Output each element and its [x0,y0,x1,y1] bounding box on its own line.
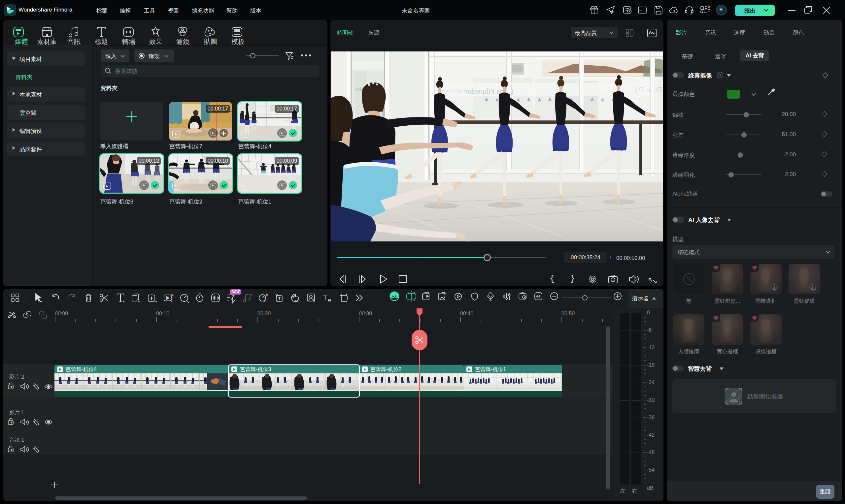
svg-text:AI: AI [328,299,331,302]
svg-text:AI: AI [295,300,298,303]
svg-text:www.b-pilipenko.com: www.b-pilipenko.com [438,88,476,93]
svg-text:AI: AI [263,300,266,303]
svg-text:T: T [323,294,327,302]
svg-text:Elena Pil: Elena Pil [635,86,663,94]
